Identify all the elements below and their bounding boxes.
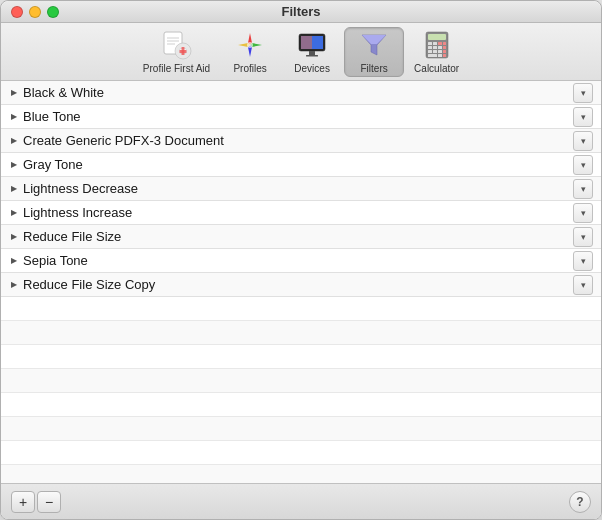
svg-rect-16 <box>306 55 318 57</box>
filter-row[interactable]: ▶ Reduce File Size ▾ <box>1 225 601 249</box>
svg-rect-7 <box>180 50 187 53</box>
svg-marker-20 <box>362 35 386 44</box>
svg-rect-32 <box>433 50 437 53</box>
toolbar-item-profile-first-aid[interactable]: Profile First Aid <box>135 27 218 77</box>
filter-expand-button[interactable]: ▾ <box>573 251 593 271</box>
filter-expand-button[interactable]: ▾ <box>573 179 593 199</box>
empty-row <box>1 369 601 393</box>
filter-name: Reduce File Size Copy <box>23 277 573 292</box>
filter-row[interactable]: ▶ Create Generic PDFX-3 Document ▾ <box>1 129 601 153</box>
empty-row <box>1 297 601 321</box>
svg-rect-33 <box>438 50 442 53</box>
svg-rect-22 <box>428 34 446 40</box>
expand-triangle: ▶ <box>9 256 19 266</box>
svg-rect-18 <box>312 36 323 49</box>
svg-rect-27 <box>428 46 432 49</box>
toolbar-label-devices: Devices <box>294 63 330 74</box>
filter-expand-button[interactable]: ▾ <box>573 227 593 247</box>
profile-first-aid-icon <box>160 29 192 61</box>
expand-triangle: ▶ <box>9 280 19 290</box>
empty-row <box>1 441 601 465</box>
svg-rect-37 <box>443 54 446 57</box>
filter-expand-button[interactable]: ▾ <box>573 83 593 103</box>
filter-name: Reduce File Size <box>23 229 573 244</box>
titlebar: Filters <box>1 1 601 23</box>
close-button[interactable] <box>11 6 23 18</box>
filter-row[interactable]: ▶ Gray Tone ▾ <box>1 153 601 177</box>
svg-rect-31 <box>428 50 432 53</box>
maximize-button[interactable] <box>47 6 59 18</box>
filter-row[interactable]: ▶ Reduce File Size Copy ▾ <box>1 273 601 297</box>
filter-name: Blue Tone <box>23 109 573 124</box>
toolbar-item-calculator[interactable]: Calculator <box>406 27 467 77</box>
svg-rect-24 <box>433 42 437 45</box>
filter-expand-button[interactable]: ▾ <box>573 131 593 151</box>
empty-row <box>1 465 601 483</box>
toolbar-item-profiles[interactable]: Profiles <box>220 27 280 77</box>
svg-rect-15 <box>309 51 315 55</box>
expand-triangle: ▶ <box>9 208 19 218</box>
svg-rect-30 <box>443 46 446 49</box>
svg-rect-23 <box>428 42 432 45</box>
toolbar-label-profiles: Profiles <box>233 63 266 74</box>
filters-icon <box>358 29 390 61</box>
svg-rect-17 <box>301 36 312 49</box>
expand-triangle: ▶ <box>9 88 19 98</box>
expand-triangle: ▶ <box>9 112 19 122</box>
svg-rect-29 <box>438 46 442 49</box>
filter-row[interactable]: ▶ Lightness Decrease ▾ <box>1 177 601 201</box>
svg-rect-25 <box>438 42 442 45</box>
toolbar-item-devices[interactable]: Devices <box>282 27 342 77</box>
toolbar: Profile First Aid Profiles <box>1 23 601 81</box>
empty-row <box>1 345 601 369</box>
devices-icon <box>296 29 328 61</box>
expand-triangle: ▶ <box>9 232 19 242</box>
calculator-icon <box>421 29 453 61</box>
filter-list[interactable]: ▶ Black & White ▾ ▶ Blue Tone ▾ ▶ Create… <box>1 81 601 483</box>
filter-row[interactable]: ▶ Sepia Tone ▾ <box>1 249 601 273</box>
filter-name: Sepia Tone <box>23 253 573 268</box>
toolbar-item-filters[interactable]: Filters <box>344 27 404 77</box>
filter-name: Lightness Decrease <box>23 181 573 196</box>
svg-rect-34 <box>443 50 446 53</box>
filter-name: Gray Tone <box>23 157 573 172</box>
toolbar-label-filters: Filters <box>360 63 387 74</box>
empty-row <box>1 321 601 345</box>
window-controls <box>11 6 59 18</box>
main-window: Filters Profile Firs <box>0 0 602 520</box>
bottom-left-buttons: + − <box>11 491 61 513</box>
filter-expand-button[interactable]: ▾ <box>573 203 593 223</box>
svg-rect-28 <box>433 46 437 49</box>
svg-rect-26 <box>443 42 446 45</box>
svg-point-12 <box>247 42 253 48</box>
expand-triangle: ▶ <box>9 184 19 194</box>
toolbar-label-calculator: Calculator <box>414 63 459 74</box>
filter-row[interactable]: ▶ Lightness Increase ▾ <box>1 201 601 225</box>
filter-name: Create Generic PDFX-3 Document <box>23 133 573 148</box>
empty-row <box>1 393 601 417</box>
svg-rect-36 <box>438 54 442 57</box>
filter-name: Lightness Increase <box>23 205 573 220</box>
filter-row[interactable]: ▶ Blue Tone ▾ <box>1 105 601 129</box>
profiles-icon <box>234 29 266 61</box>
bottombar: + − ? <box>1 483 601 519</box>
toolbar-label-profile-first-aid: Profile First Aid <box>143 63 210 74</box>
help-button[interactable]: ? <box>569 491 591 513</box>
filter-expand-button[interactable]: ▾ <box>573 275 593 295</box>
filter-expand-button[interactable]: ▾ <box>573 155 593 175</box>
add-filter-button[interactable]: + <box>11 491 35 513</box>
empty-row <box>1 417 601 441</box>
remove-filter-button[interactable]: − <box>37 491 61 513</box>
filter-expand-button[interactable]: ▾ <box>573 107 593 127</box>
svg-rect-35 <box>428 54 437 57</box>
window-title: Filters <box>281 4 320 19</box>
expand-triangle: ▶ <box>9 160 19 170</box>
filter-row[interactable]: ▶ Black & White ▾ <box>1 81 601 105</box>
expand-triangle: ▶ <box>9 136 19 146</box>
filter-name: Black & White <box>23 85 573 100</box>
minimize-button[interactable] <box>29 6 41 18</box>
